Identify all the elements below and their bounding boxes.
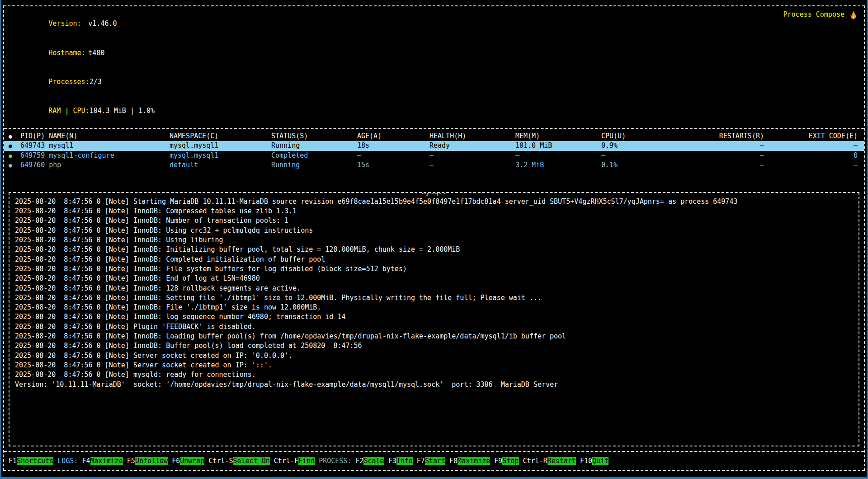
log-line: 2025-08-20 8:47:56 0 [Note] Server socke… [15,351,853,361]
shortcut-label: Quit [592,457,609,465]
log-line: 2025-08-20 8:47:56 0 [Note] Plugin 'FEED… [15,322,853,332]
log-line: 2025-08-20 8:47:56 0 [Note] InnoDB: File… [15,303,853,312]
cell-restarts: – [683,151,764,161]
log-line: 2025-08-20 8:47:56 0 [Note] InnoDB: Init… [15,245,853,254]
process-table-header: ● PID(P) NAME(N) NAMESPACE(C) STATUS(S) … [4,131,864,141]
shortcut-label: Start [425,457,445,465]
version-value: v1.46.0 [88,19,117,28]
version-label: Version: [48,19,88,28]
shortcut-label: Unwrap [180,457,204,465]
shortcut-bar: F1Shortcuts LOGS: F4Maximize F5Unfollow … [4,452,864,470]
shortcut-key: Ctrl-R [523,457,547,465]
shortcut-label: Info [396,457,413,465]
shortcut-label: Select On [233,457,270,465]
shortcut-key: F6 [172,457,180,465]
col-cpu[interactable]: CPU(U) [601,131,683,141]
log-line: 2025-08-20 8:47:56 0 [Note] InnoDB: log … [15,312,853,322]
col-mem[interactable]: MEM(M) [515,131,601,141]
terminal-window: Version:v1.46.0 Hostname:t480 Processes:… [0,0,868,479]
shortcut-f4-maximize[interactable]: F4Maximize [82,457,123,465]
shortcut-key: F10 [580,457,592,465]
log-line: 2025-08-20 8:47:56 0 [Note] InnoDB: Numb… [15,216,853,225]
log-line: 2025-08-20 8:47:56 0 [Note] Starting Mar… [15,197,853,207]
cell-exit-code: – [764,160,858,170]
cell-namespace: default [170,160,271,170]
hostname-label: Hostname: [48,48,88,58]
log-line: 2025-08-20 8:47:56 0 [Note] InnoDB: Usin… [15,226,853,235]
log-lines: 2025-08-20 8:47:56 0 [Note] Starting Mar… [15,197,853,390]
shortcut-ctrl-s-select-on[interactable]: Ctrl-SSelect On [208,457,269,465]
cell-pid-name: 649759 mysql1-configure [20,151,170,161]
col-health[interactable]: HEALTH(H) [429,131,515,141]
processes-label: Processes: [48,77,89,87]
log-line: 2025-08-20 8:47:56 0 [Note] Server socke… [15,361,853,370]
cell-restarts: – [683,160,764,170]
log-line: 2025-08-20 8:47:56 0 [Note] InnoDB: Comp… [15,207,853,216]
cell-restarts: – [683,141,764,151]
cell-mem: – [515,151,601,161]
cell-health: – [429,160,515,170]
ram-cpu-label: RAM | CPU: [48,106,89,116]
shortcut-label: Maximize [458,457,490,465]
shortcut-f8-maximize[interactable]: F8Maximize [449,457,490,465]
cell-age: 18s [357,141,429,151]
hostname-field: Hostname:t480 [8,38,155,67]
shortcut-key: Ctrl-S [208,457,233,465]
shortcut-key: F4 [82,457,90,465]
log-line: 2025-08-20 8:47:56 0 [Note] InnoDB: Buff… [15,341,853,351]
status-icon: ● [9,141,20,151]
shortcut-f7-start[interactable]: F7Start [417,457,445,465]
logs-section-label: LOGS: [57,457,78,465]
shortcut-f3-info[interactable]: F3Info [388,457,413,465]
shortcut-key: F3 [388,457,396,465]
fire-icon [849,10,858,20]
cell-pid-name: 649743 mysql1 [20,141,170,151]
processes-value: 2/3 [90,78,102,86]
col-namespace[interactable]: NAMESPACE(C) [170,131,271,141]
shortcut-key: Ctrl-F [274,457,298,465]
shortcut-key: F2 [355,457,363,465]
col-exit-code[interactable]: EXIT CODE(E) [764,131,858,141]
shortcut-ctrl-f-find[interactable]: Ctrl-FFind [274,457,315,465]
shortcut-label: Find [298,457,315,465]
shortcut-f5-unfollow[interactable]: F5Unfollow [127,457,168,465]
log-line: 2025-08-20 8:47:56 0 [Note] InnoDB: End … [15,274,853,283]
shortcut-ctrl-r-restart[interactable]: Ctrl-RRestart [523,457,576,465]
shortcut-label: Scale [363,457,384,465]
ram-cpu-value: 104.3 MiB | 1.0% [90,107,155,115]
log-line: 2025-08-20 8:47:56 0 [Note] InnoDB: Load… [15,332,853,341]
cell-namespace: mysql.mysql1 [170,151,271,161]
cell-health: – [429,151,515,161]
ram-cpu-field: RAM | CPU:104.3 MiB | 1.0% [8,97,155,126]
status-icon: ● [9,160,20,170]
shortcut-f10-quit[interactable]: F10Quit [580,457,609,465]
process-row-mysql1-configure[interactable]: ● 649759 mysql1-configure mysql.mysql1 C… [4,151,864,161]
shortcut-label: Shortcuts [17,457,53,465]
log-panel[interactable]: mysql1 2025-08-20 8:47:56 0 [Note] Start… [9,192,859,446]
col-age[interactable]: AGE(A) [357,131,429,141]
cell-mem: 101.0 MiB [515,141,601,151]
log-line: 2025-08-20 8:47:56 0 [Note] InnoDB: 128 … [15,284,853,293]
cell-status: Running [271,141,357,151]
shortcut-f6-unwrap[interactable]: F6Unwrap [172,457,204,465]
cell-exit-code: – [764,141,858,151]
cell-cpu: 0.9% [601,141,683,151]
log-line: 2025-08-20 8:47:56 0 [Note] InnoDB: Usin… [15,235,853,245]
col-restarts[interactable]: RESTARTS(R) [683,131,764,141]
shortcut-f2-scale[interactable]: F2Scale [355,457,384,465]
process-row-php[interactable]: ● 649760 php default Running 15s – 3.2 M… [4,160,864,170]
shortcut-f1-shortcuts[interactable]: F1Shortcuts [9,457,53,465]
shortcut-label: Restart [547,457,576,465]
log-line: 2025-08-20 8:47:56 0 [Note] mysqld: read… [15,370,853,380]
process-section-label: PROCESS: [319,457,351,465]
status-column-icon: ● [9,131,20,141]
shortcut-key: F1 [9,457,17,465]
process-row-mysql1[interactable]: ● 649743 mysql1 mysql.mysql1 Running 18s… [4,141,864,151]
app-title-text: Process Compose [783,10,844,19]
shortcut-f9-stop[interactable]: F9Stop [494,457,519,465]
col-pid-name[interactable]: PID(P) NAME(N) [20,131,170,141]
shortcut-label: Stop [502,457,519,465]
cell-cpu: 0.1% [601,160,683,170]
cell-age: 15s [357,160,429,170]
col-status[interactable]: STATUS(S) [271,131,357,141]
